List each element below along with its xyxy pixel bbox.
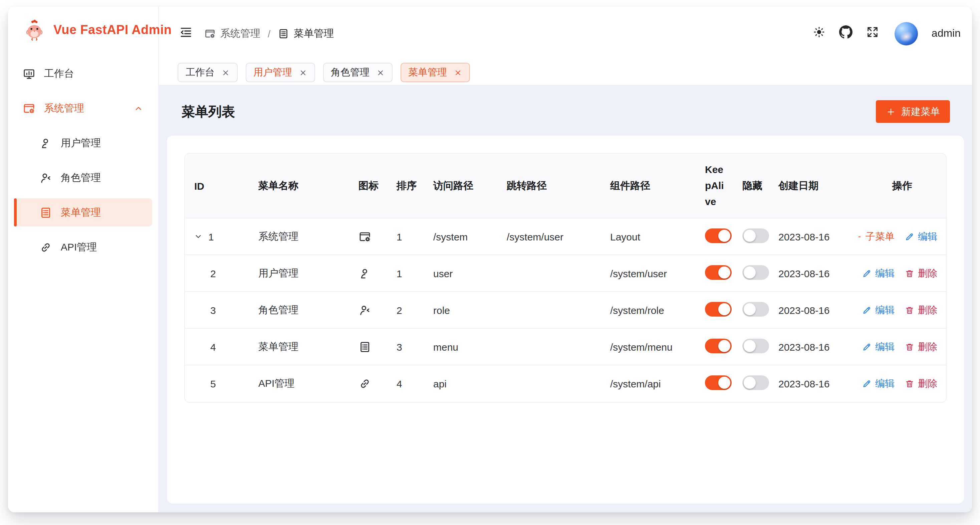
keepalive-toggle[interactable] bbox=[705, 228, 732, 243]
sidebar-item-menu[interactable]: 菜单管理 bbox=[14, 198, 152, 227]
chevron-up-icon bbox=[134, 103, 143, 113]
sidebar-menu: 工作台系统管理用户管理角色管理菜单管理API管理 bbox=[8, 51, 158, 270]
hidden-toggle[interactable] bbox=[742, 338, 769, 353]
action-label: 编辑 bbox=[875, 340, 894, 353]
toggle-knob bbox=[744, 377, 756, 389]
sidebar-item-workbench[interactable]: 工作台 bbox=[14, 59, 152, 88]
avatar[interactable] bbox=[895, 22, 918, 45]
column-header-component: 组件路径 bbox=[603, 179, 698, 192]
keepalive-toggle[interactable] bbox=[705, 375, 732, 390]
cell-keepalive bbox=[698, 338, 736, 355]
tab-close-icon[interactable] bbox=[453, 69, 461, 77]
menu-table: ID菜单名称图标排序访问路径跳转路径组件路径KeepAlive隐藏创建日期操作 … bbox=[184, 153, 947, 403]
row-expand-toggle[interactable] bbox=[194, 232, 203, 241]
edit-button[interactable]: 编辑 bbox=[905, 230, 937, 243]
trash-icon bbox=[905, 305, 915, 315]
row-id: 3 bbox=[210, 304, 216, 316]
breadcrumb-item[interactable]: 菜单管理 bbox=[278, 27, 334, 40]
edit-pencil-icon bbox=[862, 379, 872, 389]
table-row: 4菜单管理3menu/system/menu2023-08-16编辑删除 bbox=[185, 329, 946, 365]
app-logo[interactable]: Vue FastAPI Admin bbox=[8, 7, 158, 51]
hidden-toggle[interactable] bbox=[742, 228, 769, 243]
submenu-button[interactable]: 子菜单 bbox=[859, 230, 894, 243]
toggle-knob bbox=[718, 266, 730, 278]
hidden-toggle[interactable] bbox=[742, 375, 769, 390]
cell-actions: 编辑删除 bbox=[859, 303, 946, 316]
sidebar-item-label: 工作台 bbox=[44, 67, 74, 80]
cell-hidden bbox=[736, 265, 772, 282]
cell-hidden bbox=[736, 375, 772, 392]
cell-hidden bbox=[736, 302, 772, 318]
tab-menu[interactable]: 菜单管理 bbox=[400, 63, 469, 82]
cell-component: Layout bbox=[603, 231, 698, 242]
cell-icon bbox=[352, 267, 390, 279]
menu-list-icon bbox=[278, 28, 289, 39]
github-button[interactable] bbox=[840, 26, 853, 41]
keepalive-toggle[interactable] bbox=[705, 302, 732, 316]
app-window: Vue FastAPI Admin 工作台系统管理用户管理角色管理菜单管理API… bbox=[8, 7, 972, 512]
cell-icon bbox=[352, 340, 390, 353]
delete-button[interactable]: 删除 bbox=[905, 377, 937, 390]
sidebar-item-label: 系统管理 bbox=[44, 102, 84, 115]
content-area: 菜单列表 新建菜单 ID菜单名称图标排序访问路径跳转路径组件路径KeepAliv… bbox=[159, 85, 972, 512]
tab-workbench[interactable]: 工作台 bbox=[178, 63, 237, 82]
sidebar-item-label: 菜单管理 bbox=[61, 206, 101, 219]
cell-id: 2 bbox=[185, 268, 252, 279]
cell-name: API管理 bbox=[252, 377, 352, 390]
row-id: 1 bbox=[208, 231, 214, 242]
edit-pencil-icon bbox=[862, 341, 872, 352]
sidebar-item-system[interactable]: 系统管理 bbox=[14, 94, 152, 122]
trash-icon bbox=[905, 379, 915, 389]
edit-button[interactable]: 编辑 bbox=[862, 377, 894, 390]
column-header-path: 访问路径 bbox=[426, 179, 500, 192]
tab-user[interactable]: 用户管理 bbox=[245, 63, 315, 82]
keepalive-toggle[interactable] bbox=[705, 265, 732, 279]
column-header-date: 创建日期 bbox=[772, 179, 859, 192]
cell-sort: 3 bbox=[390, 341, 426, 352]
username[interactable]: admin bbox=[932, 27, 961, 40]
breadcrumb-item[interactable]: 系统管理 bbox=[204, 27, 260, 40]
toggle-knob bbox=[744, 340, 756, 352]
theme-button[interactable] bbox=[813, 26, 826, 41]
fullscreen-button[interactable] bbox=[866, 26, 880, 41]
toggle-knob bbox=[718, 303, 730, 315]
cell-date: 2023-08-16 bbox=[772, 378, 859, 389]
tab-close-icon[interactable] bbox=[299, 69, 307, 77]
hidden-toggle[interactable] bbox=[742, 302, 769, 316]
edit-button[interactable]: 编辑 bbox=[862, 303, 894, 316]
sidebar-item-api[interactable]: API管理 bbox=[14, 233, 152, 261]
menu-fold-icon bbox=[179, 25, 193, 42]
tab-label: 用户管理 bbox=[253, 66, 292, 79]
cell-component: /system/user bbox=[603, 268, 698, 279]
edit-button[interactable]: 编辑 bbox=[862, 267, 894, 279]
tabbar: 工作台用户管理角色管理菜单管理 bbox=[159, 60, 972, 85]
sidebar-item-role[interactable]: 角色管理 bbox=[14, 164, 152, 192]
sidebar-item-user[interactable]: 用户管理 bbox=[14, 129, 152, 157]
cell-icon bbox=[352, 303, 390, 316]
action-label: 编辑 bbox=[875, 267, 894, 279]
delete-button[interactable]: 删除 bbox=[905, 340, 937, 353]
tab-role[interactable]: 角色管理 bbox=[323, 63, 392, 82]
tab-close-icon[interactable] bbox=[376, 69, 384, 77]
cell-path: menu bbox=[426, 341, 500, 352]
trash-icon bbox=[905, 341, 915, 352]
sidebar-collapse-button[interactable] bbox=[179, 25, 193, 42]
cell-redirect: /system/user bbox=[500, 231, 603, 242]
create-menu-button[interactable]: 新建菜单 bbox=[876, 100, 950, 123]
plus-icon bbox=[859, 231, 862, 241]
cell-id: 3 bbox=[185, 304, 252, 316]
cell-sort: 2 bbox=[390, 304, 426, 316]
column-header-icon: 图标 bbox=[352, 179, 390, 192]
sidebar-item-label: 角色管理 bbox=[61, 171, 101, 184]
cell-sort: 1 bbox=[390, 231, 426, 242]
delete-button[interactable]: 删除 bbox=[905, 303, 937, 316]
delete-button[interactable]: 删除 bbox=[905, 267, 937, 279]
hidden-toggle[interactable] bbox=[742, 265, 769, 279]
tab-close-icon[interactable] bbox=[221, 69, 229, 77]
cell-path: role bbox=[426, 304, 500, 316]
api-plug-icon bbox=[40, 241, 52, 254]
keepalive-toggle[interactable] bbox=[705, 338, 732, 353]
api-plug-icon bbox=[358, 377, 371, 390]
edit-button[interactable]: 编辑 bbox=[862, 340, 894, 353]
user-icon bbox=[358, 267, 371, 279]
